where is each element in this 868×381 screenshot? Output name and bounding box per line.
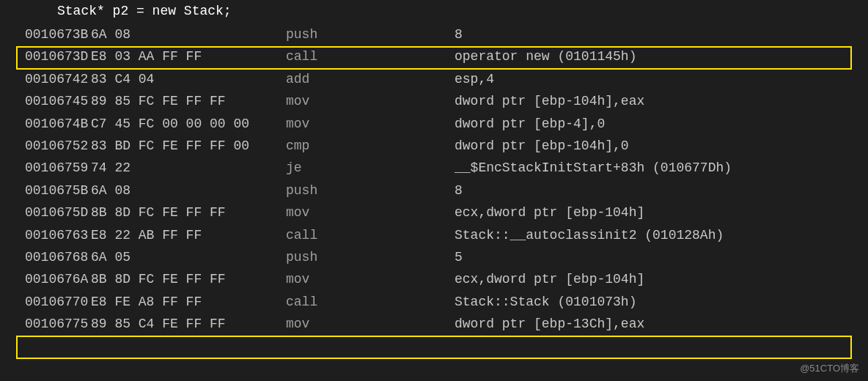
highlight-box [16, 336, 852, 359]
mnemonic: call [286, 224, 455, 246]
address: 00106763 [0, 224, 91, 246]
asm-row[interactable]: 0010673B6A 08push8 [0, 23, 868, 45]
address: 0010675D [0, 201, 91, 223]
address: 0010673D [0, 45, 91, 67]
operands: 8 [455, 23, 868, 45]
operands: ecx,dword ptr [ebp-104h] [455, 268, 868, 290]
mnemonic: mov [286, 201, 455, 223]
bytes: 83 C4 04 [91, 68, 286, 90]
mnemonic: mov [286, 313, 455, 335]
asm-row[interactable]: 0010677589 85 C4 FE FF FFmovdword ptr [e… [0, 313, 868, 335]
bytes: 6A 08 [91, 180, 286, 201]
operands: __$EncStackInitStart+83h (010677Dh) [455, 157, 868, 179]
watermark: @51CTO博客 [800, 362, 859, 375]
address: 00106770 [0, 291, 91, 313]
disassembly-rows: 0010673B6A 08push80010673DE8 03 AA FF FF… [0, 22, 868, 335]
bytes: 74 22 [91, 157, 286, 179]
mnemonic: je [286, 157, 455, 179]
mnemonic: call [286, 291, 455, 313]
address: 00106768 [0, 246, 91, 268]
mnemonic: call [286, 45, 455, 67]
mnemonic: mov [286, 268, 455, 290]
asm-row[interactable]: 00106770E8 FE A8 FF FFcallStack::Stack (… [0, 291, 868, 313]
asm-row[interactable]: 0010675D8B 8D FC FE FF FFmovecx,dword pt… [0, 201, 868, 223]
bytes: E8 FE A8 FF FF [91, 291, 286, 313]
asm-row[interactable]: 0010674589 85 FC FE FF FFmovdword ptr [e… [0, 90, 868, 112]
address: 00106745 [0, 90, 91, 112]
address: 0010675B [0, 180, 91, 201]
asm-row[interactable]: 0010676A8B 8D FC FE FF FFmovecx,dword pt… [0, 268, 868, 290]
bytes: 89 85 C4 FE FF FF [91, 313, 286, 335]
bytes: E8 22 AB FF FF [91, 224, 286, 246]
bytes: C7 45 FC 00 00 00 00 [91, 113, 286, 135]
mnemonic: push [286, 180, 455, 201]
asm-row[interactable]: 0010675283 BD FC FE FF FF 00cmpdword ptr… [0, 135, 868, 157]
operands: dword ptr [ebp-13Ch],eax [455, 313, 868, 335]
bytes: 83 BD FC FE FF FF 00 [91, 135, 286, 157]
bytes: 8B 8D FC FE FF FF [91, 201, 286, 223]
address: 00106752 [0, 135, 91, 157]
source-line: Stack* p2 = new Stack; [0, 0, 868, 22]
asm-row[interactable]: 001067686A 05push5 [0, 246, 868, 268]
mnemonic: mov [286, 113, 455, 135]
mnemonic: push [286, 23, 455, 45]
asm-row[interactable]: 0010674283 C4 04addesp,4 [0, 68, 868, 90]
asm-row[interactable]: 0010675974 22je__$EncStackInitStart+83h … [0, 157, 868, 179]
operands: Stack::Stack (0101073h) [455, 291, 868, 313]
mnemonic: push [286, 246, 455, 268]
asm-row[interactable]: 0010674BC7 45 FC 00 00 00 00movdword ptr… [0, 113, 868, 135]
bytes: E8 03 AA FF FF [91, 45, 286, 67]
asm-row[interactable]: 00106763E8 22 AB FF FFcallStack::__autoc… [0, 224, 868, 246]
address: 00106775 [0, 313, 91, 335]
operands: 8 [455, 180, 868, 201]
address: 0010676A [0, 268, 91, 290]
operands: ecx,dword ptr [ebp-104h] [455, 201, 868, 223]
bytes: 89 85 FC FE FF FF [91, 90, 286, 112]
operands: dword ptr [ebp-104h],eax [455, 90, 868, 112]
mnemonic: add [286, 68, 455, 90]
address: 00106759 [0, 157, 91, 179]
operands: dword ptr [ebp-104h],0 [455, 135, 868, 157]
bytes: 8B 8D FC FE FF FF [91, 268, 286, 290]
operands: operator new (0101145h) [455, 45, 868, 67]
operands: 5 [455, 246, 868, 268]
operands: dword ptr [ebp-4],0 [455, 113, 868, 135]
operands: Stack::__autoclassinit2 (010128Ah) [455, 224, 868, 246]
address: 0010674B [0, 113, 91, 135]
address: 0010673B [0, 23, 91, 45]
asm-row[interactable]: 0010675B6A 08push8 [0, 180, 868, 201]
address: 00106742 [0, 68, 91, 90]
bytes: 6A 05 [91, 246, 286, 268]
mnemonic: mov [286, 90, 455, 112]
bytes: 6A 08 [91, 23, 286, 45]
asm-row[interactable]: 0010673DE8 03 AA FF FFcalloperator new (… [0, 45, 868, 67]
mnemonic: cmp [286, 135, 455, 157]
operands: esp,4 [455, 68, 868, 90]
